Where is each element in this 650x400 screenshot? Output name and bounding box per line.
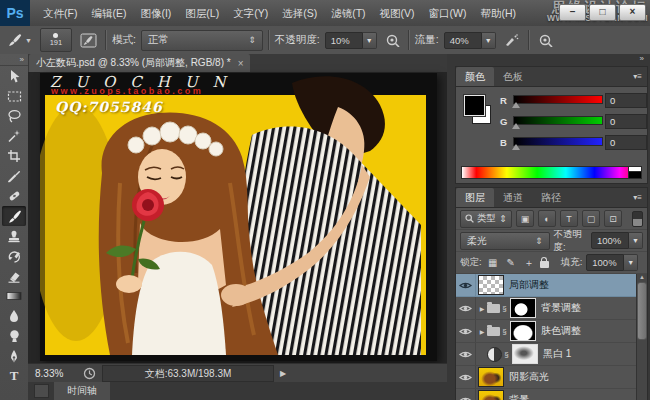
tab-layers[interactable]: 图层 bbox=[456, 188, 494, 207]
red-slider[interactable] bbox=[513, 93, 601, 107]
color-spectrum-bar[interactable] bbox=[461, 166, 642, 179]
layer-row-local-adjust[interactable]: 局部调整 bbox=[456, 274, 647, 297]
chevron-down-icon[interactable]: ▼ bbox=[629, 232, 643, 249]
history-brush-tool[interactable] bbox=[2, 246, 26, 266]
black-swatch[interactable] bbox=[628, 171, 642, 179]
timeline-tab[interactable]: 时间轴 bbox=[54, 382, 110, 400]
dock-collapse-icon[interactable]: » bbox=[455, 54, 650, 66]
layer-thumbnail[interactable] bbox=[478, 367, 504, 387]
brush-preset-picker[interactable]: 191 bbox=[40, 28, 72, 52]
flow-input[interactable]: 40% ▼ bbox=[444, 32, 496, 49]
pressure-size-button[interactable] bbox=[535, 30, 556, 50]
blend-mode-select[interactable]: 正常 ⇕ bbox=[141, 30, 263, 51]
layer-row-bg-adjust[interactable]: ▶ § 背景调整 bbox=[456, 297, 647, 320]
toolbar-collapse-icon[interactable]: » bbox=[0, 54, 28, 66]
red-value-field[interactable]: 0 bbox=[605, 93, 647, 108]
layer-fill-input[interactable]: 100% ▼ bbox=[586, 254, 638, 271]
move-tool[interactable] bbox=[2, 66, 26, 86]
menu-window[interactable]: 窗口(W) bbox=[422, 0, 474, 26]
tab-color[interactable]: 颜色 bbox=[456, 67, 494, 86]
group-expander-icon[interactable]: ▶ bbox=[478, 305, 486, 312]
pen-tool[interactable] bbox=[2, 346, 26, 366]
layer-mask-thumbnail[interactable] bbox=[510, 298, 536, 318]
filter-smart-objects-button[interactable]: ⊡ bbox=[604, 210, 622, 227]
filter-type-layers-button[interactable]: T bbox=[560, 210, 578, 227]
eyedropper-tool[interactable] bbox=[2, 166, 26, 186]
chevron-down-icon[interactable]: ▼ bbox=[624, 254, 638, 271]
maximize-button[interactable]: □ bbox=[589, 4, 616, 21]
blue-value-field[interactable]: 0 bbox=[605, 135, 647, 150]
slider-thumb[interactable] bbox=[512, 123, 520, 129]
layer-row-black-white[interactable]: § 黑白 1 bbox=[456, 343, 647, 366]
tab-paths[interactable]: 路径 bbox=[532, 188, 570, 207]
healing-brush-tool[interactable] bbox=[2, 186, 26, 206]
blue-slider[interactable] bbox=[513, 135, 601, 149]
visibility-toggle[interactable] bbox=[456, 389, 476, 400]
layer-blend-mode-select[interactable]: 柔光 ⇕ bbox=[460, 232, 550, 250]
magic-wand-tool[interactable] bbox=[2, 126, 26, 146]
lock-pixels-button[interactable]: ✎ bbox=[504, 257, 518, 268]
slider-thumb[interactable] bbox=[512, 144, 520, 150]
menu-image[interactable]: 图像(I) bbox=[133, 0, 178, 26]
panel-menu-icon[interactable]: ▾≡ bbox=[633, 67, 642, 86]
document-tab[interactable]: 小左数码.psd @ 8.33% (局部调整, RGB/8) * × bbox=[29, 54, 250, 72]
foreground-color-swatch[interactable] bbox=[464, 95, 485, 116]
layer-thumbnail[interactable] bbox=[478, 390, 504, 400]
panel-menu-icon[interactable]: ▾≡ bbox=[633, 188, 642, 207]
minimize-button[interactable]: – bbox=[559, 4, 586, 21]
zoom-level-field[interactable]: 8.33% bbox=[35, 368, 77, 379]
lasso-tool[interactable] bbox=[2, 106, 26, 126]
green-value-field[interactable]: 0 bbox=[605, 114, 647, 129]
group-expander-icon[interactable]: ▶ bbox=[478, 328, 486, 335]
chevron-down-icon[interactable]: ▼ bbox=[363, 32, 377, 49]
crop-tool[interactable] bbox=[2, 146, 26, 166]
clone-stamp-tool[interactable] bbox=[2, 226, 26, 246]
eraser-tool[interactable] bbox=[2, 266, 26, 286]
visibility-toggle[interactable] bbox=[456, 297, 476, 319]
layer-opacity-input[interactable]: 100% ▼ bbox=[591, 232, 643, 249]
close-button[interactable]: × bbox=[619, 4, 646, 21]
filter-pixel-layers-button[interactable]: ▣ bbox=[516, 210, 534, 227]
adjustment-layer-icon[interactable] bbox=[487, 347, 502, 362]
opacity-input[interactable]: 10% ▼ bbox=[325, 32, 377, 49]
gradient-tool[interactable] bbox=[2, 286, 26, 306]
visibility-toggle[interactable] bbox=[456, 274, 476, 296]
tab-swatches[interactable]: 色板 bbox=[494, 67, 532, 86]
layer-row-skin-adjust[interactable]: ▶ § 肤色调整 bbox=[456, 320, 647, 343]
chevron-down-icon[interactable]: ▼ bbox=[482, 32, 496, 49]
type-tool[interactable]: T bbox=[2, 366, 26, 386]
opacity-pressure-button[interactable] bbox=[382, 30, 403, 50]
menu-edit[interactable]: 编辑(E) bbox=[84, 0, 133, 26]
scroll-up-icon[interactable]: ▲ bbox=[639, 274, 645, 280]
visibility-toggle[interactable] bbox=[456, 343, 476, 365]
menu-help[interactable]: 帮助(H) bbox=[474, 0, 524, 26]
menu-select[interactable]: 选择(S) bbox=[275, 0, 324, 26]
layer-row-shadow-highlight[interactable]: 阴影高光 bbox=[456, 366, 647, 389]
menu-filter[interactable]: 滤镜(T) bbox=[324, 0, 372, 26]
layer-row-background[interactable]: 背景 bbox=[456, 389, 647, 400]
close-tab-icon[interactable]: × bbox=[238, 58, 244, 69]
layer-mask-thumbnail[interactable] bbox=[512, 344, 538, 364]
airbrush-toggle-button[interactable] bbox=[501, 30, 523, 50]
lock-transparency-button[interactable]: ▦ bbox=[486, 257, 500, 268]
canvas-area[interactable]: ZUOCHUN www.zuops.taobao.com QQ:7055846 bbox=[28, 72, 447, 363]
layers-scrollbar[interactable]: ▲ bbox=[636, 274, 647, 400]
green-slider[interactable] bbox=[513, 114, 601, 128]
layer-thumbnail[interactable] bbox=[478, 275, 504, 295]
menu-view[interactable]: 视图(V) bbox=[373, 0, 422, 26]
status-expand-icon[interactable]: ▶ bbox=[280, 369, 286, 378]
slider-thumb[interactable] bbox=[512, 102, 520, 108]
blur-tool[interactable] bbox=[2, 306, 26, 326]
tab-channels[interactable]: 通道 bbox=[494, 188, 532, 207]
visibility-toggle[interactable] bbox=[456, 366, 476, 388]
tool-preset-button[interactable]: ▼ bbox=[4, 30, 35, 50]
menu-file[interactable]: 文件(F) bbox=[36, 0, 84, 26]
brush-tool[interactable] bbox=[2, 206, 26, 226]
dodge-tool[interactable] bbox=[2, 326, 26, 346]
filter-toggle-switch[interactable] bbox=[632, 211, 643, 227]
filter-adjustment-layers-button[interactable]: ◐ bbox=[538, 210, 556, 227]
toggle-brush-panel-button[interactable] bbox=[77, 30, 100, 50]
document-image[interactable]: ZUOCHUN www.zuops.taobao.com QQ:7055846 bbox=[40, 73, 437, 361]
lock-position-button[interactable]: ＋ bbox=[522, 256, 536, 270]
filter-type-select[interactable]: 类型 ⇕ bbox=[460, 210, 512, 228]
